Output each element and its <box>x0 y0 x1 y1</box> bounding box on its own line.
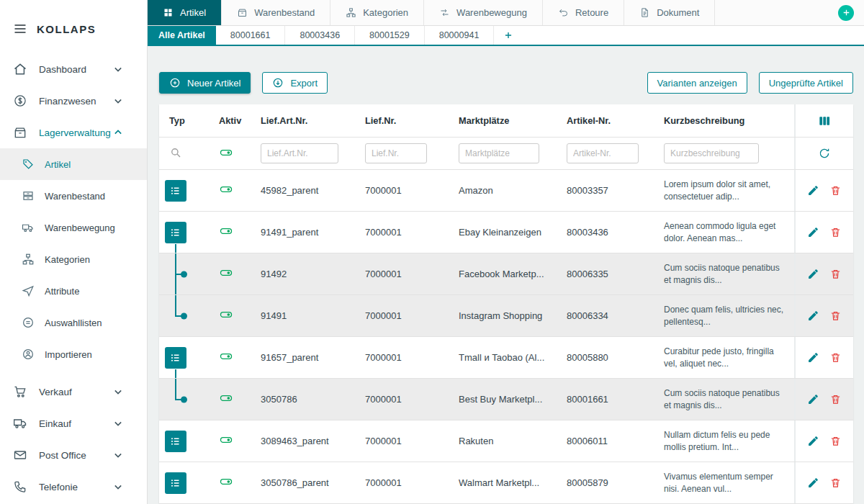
delete-button[interactable] <box>829 268 842 280</box>
unchecked-articles-button[interactable]: Ungeprüfte Artikel <box>759 72 853 94</box>
edit-icon <box>807 184 819 197</box>
show-variants-button[interactable]: Varianten anzeigen <box>647 72 747 94</box>
sidebar-item-artikel[interactable]: Artikel <box>0 148 147 180</box>
sidebar-item-kategorien[interactable]: Kategorien <box>0 243 147 275</box>
tab-dokument[interactable]: Dokument <box>624 0 715 25</box>
logo: KOLLAPS <box>0 0 147 53</box>
subtab-80003436[interactable]: 80003436 <box>285 26 355 45</box>
sidebar-item-post-office[interactable]: Post Office <box>0 439 147 471</box>
column-header-lief-nr[interactable]: Lief.Nr. <box>365 115 459 126</box>
column-header-typ[interactable]: Typ <box>159 115 214 126</box>
edit-button[interactable] <box>807 226 819 238</box>
aktiv-cell <box>214 349 261 366</box>
toggle-icon[interactable] <box>219 182 233 197</box>
row-type-button[interactable] <box>165 180 186 202</box>
add-subtab-button[interactable] <box>494 26 523 45</box>
row-type-button[interactable] <box>165 472 186 494</box>
edit-button[interactable] <box>807 477 819 489</box>
mail-icon <box>13 448 27 462</box>
edit-button[interactable] <box>807 393 819 405</box>
delete-button[interactable] <box>829 435 842 447</box>
toggle-icon[interactable] <box>219 224 233 238</box>
toggle-icon[interactable] <box>219 266 233 280</box>
tab-warenbewegung[interactable]: Warenbewegung <box>424 0 543 25</box>
sidebar-item-attribute[interactable]: Attribute <box>0 275 147 307</box>
sidebar-item-verkauf[interactable]: Verkauf <box>0 376 147 408</box>
sidebar-item-importieren[interactable]: Importieren <box>0 338 147 370</box>
subtab-80001661[interactable]: 80001661 <box>216 26 286 45</box>
sidebar-item-telefonie[interactable]: Telefonie <box>0 471 147 503</box>
delete-button[interactable] <box>829 393 842 405</box>
edit-button[interactable] <box>807 351 819 364</box>
chevron-down-icon <box>111 480 125 494</box>
subtab-80001529[interactable]: 80001529 <box>355 26 425 45</box>
column-header-marktpl-tze[interactable]: Marktplätze <box>459 115 567 126</box>
tab-warenbestand[interactable]: Warenbestand <box>222 0 330 25</box>
return-icon <box>558 7 569 18</box>
unchecked-articles-label: Ungeprüfte Artikel <box>769 78 843 89</box>
column-header-artikel-nr[interactable]: Artikel-Nr. <box>567 115 664 126</box>
delete-button[interactable] <box>829 477 842 489</box>
subtab-80000941[interactable]: 80000941 <box>425 26 495 45</box>
tab-retoure[interactable]: Retoure <box>543 0 624 25</box>
sidebar-item-lagerverwaltung[interactable]: Lagerverwaltung <box>0 117 147 148</box>
delete-button[interactable] <box>829 226 842 238</box>
row-type-button[interactable] <box>165 347 186 369</box>
toggle-icon[interactable] <box>219 391 233 405</box>
sidebar-nav: DashboardFinanzwesenLagerverwaltungArtik… <box>0 53 147 503</box>
lief-art-nr-cell: 91491_parent <box>261 227 365 238</box>
column-header-lief-art-nr[interactable]: Lief.Art.Nr. <box>261 115 365 126</box>
column-header-aktiv[interactable]: Aktiv <box>214 115 261 126</box>
toggle-icon[interactable] <box>219 145 233 160</box>
sidebar-item-dashboard[interactable]: Dashboard <box>0 53 147 85</box>
toggle-icon[interactable] <box>219 307 233 322</box>
delete-button[interactable] <box>829 310 842 322</box>
edit-button[interactable] <box>807 184 819 197</box>
chevron-down-icon <box>111 448 125 462</box>
export-label: Export <box>290 78 318 89</box>
sidebar-item-auswahllisten[interactable]: Auswahllisten <box>0 307 147 338</box>
kurzbeschreibung-cell: Aenean commodo ligula eget dolor. Aenean… <box>664 220 794 245</box>
delete-icon <box>829 310 842 322</box>
toggle-icon[interactable] <box>219 433 233 447</box>
toggle-icon[interactable] <box>219 349 233 364</box>
add-tab-button[interactable] <box>838 5 854 21</box>
typ-cell <box>159 170 214 211</box>
filter-input-artikel-nr[interactable] <box>567 143 639 163</box>
columns-icon[interactable] <box>817 114 832 128</box>
sidebar-item-warenbewegung[interactable]: Warenbewegung <box>0 212 147 243</box>
menu-icon[interactable] <box>13 22 27 36</box>
tree-line <box>175 244 176 253</box>
row-type-button[interactable] <box>165 431 186 452</box>
row-actions-cell <box>794 295 853 336</box>
tab-artikel[interactable]: Artikel <box>148 0 222 25</box>
kurzbeschreibung-cell: Donec quam felis, ultricies nec, pellent… <box>664 304 794 328</box>
table-row: 91657_parent7000001Tmall и Taobao (Al...… <box>159 337 853 379</box>
sidebar-item-warenbestand[interactable]: Warenbestand <box>0 180 147 212</box>
row-type-button[interactable] <box>165 222 186 243</box>
typ-cell <box>159 212 214 253</box>
filter-input-lief-art-nr[interactable] <box>261 143 338 163</box>
edit-button[interactable] <box>807 310 819 322</box>
filter-input-marktplaetze[interactable] <box>459 143 539 163</box>
refresh-icon[interactable] <box>818 147 831 160</box>
delete-button[interactable] <box>829 351 842 364</box>
new-article-button[interactable]: Neuer Artikel <box>159 72 251 94</box>
column-header-kurzbeschreibung[interactable]: Kurzbeschreibung <box>664 115 794 126</box>
sidebar-item-einkauf[interactable]: Einkauf <box>0 408 147 439</box>
export-button[interactable]: Export <box>262 72 328 94</box>
artikel-nr-cell: 80003436 <box>567 227 664 238</box>
filter-input-kurzbeschreibung[interactable] <box>664 143 759 163</box>
edit-button[interactable] <box>807 435 819 447</box>
marktplatz-cell: Facebook Marketp... <box>459 269 567 279</box>
sidebar-item-finanzwesen[interactable]: Finanzwesen <box>0 85 147 117</box>
toggle-icon[interactable] <box>219 474 233 489</box>
typ-cell <box>159 462 214 503</box>
delete-button[interactable] <box>829 184 842 197</box>
tab-kategorien[interactable]: Kategorien <box>330 0 424 25</box>
edit-button[interactable] <box>807 268 819 280</box>
filter-input-lief-nr[interactable] <box>365 143 427 163</box>
subtab-alle-artikel[interactable]: Alle Artikel <box>148 26 216 45</box>
row-actions-cell <box>794 212 853 253</box>
search-icon[interactable] <box>169 146 182 159</box>
